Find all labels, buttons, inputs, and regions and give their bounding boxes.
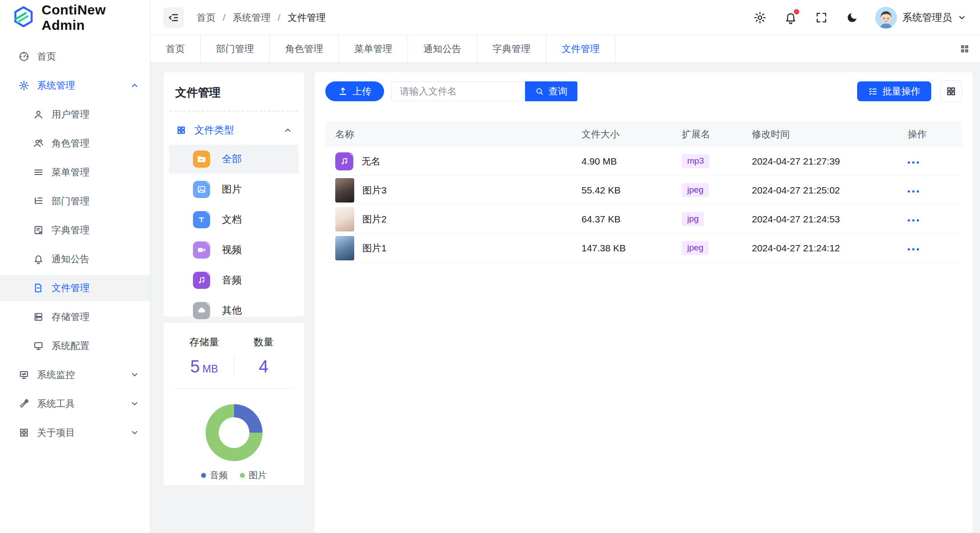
column-header-size: 文件大小 bbox=[581, 128, 682, 141]
file-type-all[interactable]: 全部 bbox=[169, 145, 299, 174]
sidebar-item-label: 文件管理 bbox=[52, 282, 139, 294]
upload-button[interactable]: 上传 bbox=[325, 81, 384, 101]
query-button-label: 查询 bbox=[549, 85, 567, 98]
avatar bbox=[875, 7, 897, 28]
file-type-audio[interactable]: 音频 bbox=[169, 266, 299, 295]
stats-row: 存储量 5MB 数量 4 bbox=[174, 335, 293, 377]
dictionary-icon bbox=[33, 224, 44, 236]
table-row[interactable]: 图片2 64.37 KB jpg 2024-04-27 21:24:53 bbox=[325, 205, 962, 234]
file-type-video[interactable]: 视频 bbox=[169, 236, 299, 264]
more-actions-icon[interactable] bbox=[908, 245, 919, 254]
file-name: 图片1 bbox=[362, 242, 387, 255]
users-icon bbox=[33, 137, 44, 149]
file-name: 图片2 bbox=[362, 213, 387, 226]
sidebar-item-system-tools[interactable]: 系统工具 bbox=[0, 391, 150, 417]
count-stat: 数量 4 bbox=[234, 335, 294, 377]
sidebar-item-file-management[interactable]: 文件管理 bbox=[0, 275, 150, 301]
dashed-divider bbox=[170, 111, 298, 112]
image-thumbnail bbox=[335, 178, 354, 203]
vertical-divider bbox=[234, 356, 234, 376]
breadcrumb-item[interactable]: 系统管理 bbox=[233, 11, 271, 24]
table-row[interactable]: 图片3 55.42 KB jpeg 2024-04-27 21:25:02 bbox=[325, 176, 962, 205]
file-size: 4.90 MB bbox=[581, 156, 682, 167]
app-title: ContiNew Admin bbox=[42, 2, 150, 33]
sidebar-item-home[interactable]: 首页 bbox=[0, 43, 150, 70]
tab-role[interactable]: 角色管理 bbox=[270, 35, 339, 62]
menu-lines-icon bbox=[33, 166, 44, 178]
file-type-label: 全部 bbox=[222, 152, 242, 166]
table-row[interactable]: 无名 4.90 MB mp3 2024-04-27 21:27:39 bbox=[325, 147, 962, 176]
sidebar-menu: 首页 系统管理 用户管理 角色 bbox=[0, 35, 150, 533]
cloud-file-icon bbox=[193, 302, 210, 319]
tab-menu[interactable]: 菜单管理 bbox=[339, 35, 408, 62]
user-menu[interactable]: 系统管理员 bbox=[875, 7, 966, 28]
tab-dictionary[interactable]: 字典管理 bbox=[477, 35, 546, 62]
file-type-document[interactable]: 文档 bbox=[169, 205, 299, 234]
sidebar-item-system-monitor[interactable]: 系统监控 bbox=[0, 362, 150, 388]
tab-file-management[interactable]: 文件管理 bbox=[546, 35, 615, 62]
tab-actions-grid-icon[interactable] bbox=[949, 35, 980, 62]
main-area: 首页 / 系统管理 / 文件管理 bbox=[150, 0, 980, 533]
storage-unit: MB bbox=[202, 363, 218, 375]
chevron-up-icon bbox=[130, 81, 139, 90]
sidebar-item-dictionary-management[interactable]: 字典管理 bbox=[0, 217, 150, 243]
storage-donut bbox=[206, 404, 263, 461]
file-name: 无名 bbox=[361, 155, 380, 168]
sidebar-collapse-button[interactable] bbox=[163, 7, 184, 28]
view-toggle-grid-icon[interactable] bbox=[940, 80, 962, 102]
upload-button-label: 上传 bbox=[352, 85, 371, 98]
search-group: 查询 bbox=[391, 81, 577, 101]
tab-department[interactable]: 部门管理 bbox=[201, 35, 270, 62]
topbar: 首页 / 系统管理 / 文件管理 bbox=[150, 0, 980, 35]
sidebar-item-label: 存储管理 bbox=[52, 311, 139, 323]
query-button[interactable]: 查询 bbox=[525, 81, 577, 101]
column-header-ext: 扩展名 bbox=[682, 128, 752, 141]
sidebar-item-system-config[interactable]: 系统配置 bbox=[0, 333, 150, 359]
server-icon bbox=[33, 311, 44, 323]
tab-label: 字典管理 bbox=[492, 42, 530, 55]
topbar-actions: 系统管理员 bbox=[752, 7, 966, 28]
sidebar-item-label: 角色管理 bbox=[52, 137, 139, 150]
legend-item-image[interactable]: 图片 bbox=[240, 469, 267, 481]
image-thumbnail bbox=[335, 236, 354, 260]
sidebar-item-storage-management[interactable]: 存储管理 bbox=[0, 304, 150, 330]
sidebar-item-label: 系统监控 bbox=[37, 368, 123, 381]
tab-home[interactable]: 首页 bbox=[150, 35, 201, 62]
search-input[interactable] bbox=[391, 81, 525, 101]
count-label: 数量 bbox=[234, 335, 294, 349]
file-modified-time: 2024-04-27 21:24:53 bbox=[752, 214, 908, 225]
chart-legend: 音频 图片 bbox=[201, 469, 267, 481]
breadcrumb-item[interactable]: 首页 bbox=[197, 11, 216, 24]
audio-file-icon bbox=[335, 152, 353, 170]
batch-operations-button[interactable]: 批量操作 bbox=[857, 81, 931, 101]
settings-gear-icon[interactable] bbox=[752, 10, 768, 25]
storage-stat: 存储量 5MB bbox=[174, 335, 234, 377]
tab-notice[interactable]: 通知公告 bbox=[408, 35, 477, 62]
sidebar-item-notice[interactable]: 通知公告 bbox=[0, 246, 150, 272]
batch-operations-label: 批量操作 bbox=[882, 85, 920, 98]
column-header-name: 名称 bbox=[325, 128, 581, 141]
file-type-image[interactable]: 图片 bbox=[169, 175, 299, 204]
sidebar-item-user-management[interactable]: 用户管理 bbox=[0, 101, 150, 127]
sidebar-item-label: 系统工具 bbox=[37, 397, 123, 410]
audio-file-icon bbox=[193, 272, 210, 289]
sidebar-item-system-management[interactable]: 系统管理 bbox=[0, 72, 150, 99]
sidebar-item-role-management[interactable]: 角色管理 bbox=[0, 130, 150, 156]
more-actions-icon[interactable] bbox=[908, 158, 919, 167]
file-type-group[interactable]: 文件类型 bbox=[169, 120, 299, 143]
monitor-chart-icon bbox=[18, 369, 30, 381]
legend-item-audio[interactable]: 音频 bbox=[201, 469, 228, 481]
sidebar-item-menu-management[interactable]: 菜单管理 bbox=[0, 159, 150, 185]
more-actions-icon[interactable] bbox=[908, 187, 919, 196]
sidebar-item-department-management[interactable]: 部门管理 bbox=[0, 188, 150, 214]
notification-badge-dot bbox=[794, 9, 799, 14]
fullscreen-icon[interactable] bbox=[814, 10, 829, 25]
notifications-bell-icon[interactable] bbox=[783, 10, 798, 25]
file-type-other[interactable]: 其他 bbox=[169, 296, 299, 325]
file-modified-time: 2024-04-27 21:27:39 bbox=[752, 156, 908, 167]
dark-mode-moon-icon[interactable] bbox=[844, 10, 860, 25]
sidebar-item-about-project[interactable]: 关于项目 bbox=[0, 420, 150, 446]
table-row[interactable]: 图片1 147.38 KB jpeg 2024-04-27 21:24:12 bbox=[325, 234, 962, 263]
sidebar-item-label: 系统管理 bbox=[37, 79, 123, 92]
more-actions-icon[interactable] bbox=[908, 216, 919, 225]
